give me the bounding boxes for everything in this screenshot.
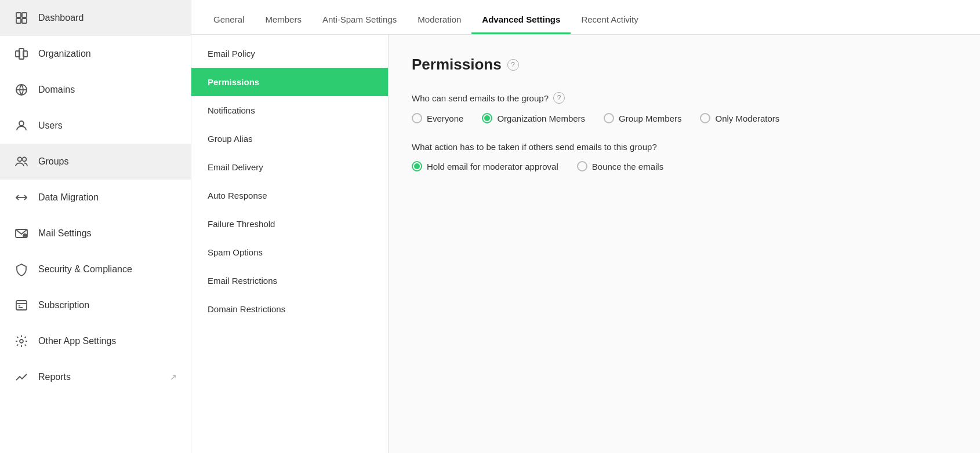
radio-hold-email-dot bbox=[414, 163, 420, 169]
sidebar-item-domains[interactable]: Domains bbox=[0, 72, 191, 108]
top-tabs: General Members Anti-Spam Settings Moder… bbox=[191, 0, 980, 35]
external-link-icon: ↗ bbox=[170, 372, 177, 382]
radio-org-members-circle bbox=[482, 113, 492, 123]
sub-navigation: Email Policy Permissions Notifications G… bbox=[191, 35, 389, 453]
sidebar-label-organization: Organization bbox=[38, 49, 91, 59]
sub-nav-email-policy[interactable]: Email Policy bbox=[191, 39, 388, 68]
permissions-help-icon[interactable]: ? bbox=[507, 59, 519, 71]
sidebar: Dashboard Organization Domains bbox=[0, 0, 191, 453]
mail-settings-icon bbox=[14, 226, 29, 241]
groups-icon bbox=[14, 154, 29, 169]
radio-org-members[interactable]: Organization Members bbox=[482, 113, 585, 123]
sub-nav-spam-options[interactable]: Spam Options bbox=[191, 238, 388, 266]
tab-anti-spam[interactable]: Anti-Spam Settings bbox=[312, 4, 407, 34]
radio-everyone[interactable]: Everyone bbox=[412, 113, 463, 123]
tab-general[interactable]: General bbox=[203, 4, 255, 34]
permissions-heading: Permissions ? bbox=[412, 56, 957, 74]
sidebar-label-subscription: Subscription bbox=[38, 300, 89, 310]
sidebar-label-security: Security & Compliance bbox=[38, 264, 132, 275]
question1-options: Everyone Organization Members Group Memb… bbox=[412, 113, 957, 123]
radio-only-moderators[interactable]: Only Moderators bbox=[700, 113, 779, 123]
sidebar-label-dashboard: Dashboard bbox=[38, 13, 84, 23]
sidebar-item-groups[interactable]: Groups bbox=[0, 144, 191, 180]
radio-group-members-circle bbox=[604, 113, 614, 123]
radio-only-moderators-circle bbox=[700, 113, 710, 123]
sidebar-item-other-app-settings[interactable]: Other App Settings bbox=[0, 323, 191, 359]
svg-rect-19 bbox=[16, 301, 27, 310]
sidebar-label-groups: Groups bbox=[38, 156, 68, 167]
reports-icon bbox=[14, 370, 29, 385]
question-action: What action has to be taken if others se… bbox=[412, 142, 957, 171]
svg-rect-3 bbox=[22, 19, 27, 23]
sidebar-item-data-migration[interactable]: Data Migration bbox=[0, 180, 191, 215]
sidebar-label-other-app: Other App Settings bbox=[38, 336, 116, 346]
sub-nav-failure-threshold[interactable]: Failure Threshold bbox=[191, 210, 388, 238]
sidebar-label-users: Users bbox=[38, 120, 63, 131]
question2-options: Hold email for moderator approval Bounce… bbox=[412, 161, 957, 171]
organization-icon bbox=[14, 46, 29, 61]
sub-nav-email-delivery[interactable]: Email Delivery bbox=[191, 153, 388, 181]
radio-bounce-emails-circle bbox=[577, 161, 587, 171]
sidebar-label-domains: Domains bbox=[38, 85, 75, 95]
svg-rect-2 bbox=[16, 19, 21, 23]
question1-help-icon[interactable]: ? bbox=[553, 92, 565, 104]
tab-members[interactable]: Members bbox=[255, 4, 312, 34]
sub-nav-auto-response[interactable]: Auto Response bbox=[191, 181, 388, 210]
sidebar-item-subscription[interactable]: Subscription bbox=[0, 287, 191, 323]
permissions-panel: Permissions ? Who can send emails to the… bbox=[389, 35, 980, 453]
tab-advanced-settings[interactable]: Advanced Settings bbox=[471, 4, 571, 34]
sidebar-item-mail-settings[interactable]: Mail Settings bbox=[0, 215, 191, 251]
sidebar-item-dashboard[interactable]: Dashboard bbox=[0, 0, 191, 36]
data-migration-icon bbox=[14, 190, 29, 205]
sidebar-item-security[interactable]: Security & Compliance bbox=[0, 251, 191, 287]
svg-point-23 bbox=[20, 339, 23, 343]
sidebar-item-users[interactable]: Users bbox=[0, 108, 191, 144]
radio-hold-email-circle bbox=[412, 161, 422, 171]
sub-nav-notifications[interactable]: Notifications bbox=[191, 96, 388, 125]
svg-point-13 bbox=[23, 158, 27, 162]
domains-icon bbox=[14, 82, 29, 97]
sidebar-label-mail-settings: Mail Settings bbox=[38, 228, 92, 239]
permissions-title-text: Permissions bbox=[412, 56, 502, 74]
svg-rect-1 bbox=[22, 13, 27, 17]
question-send-emails: Who can send emails to the group? ? Ever… bbox=[412, 92, 957, 123]
other-app-icon bbox=[14, 334, 29, 349]
sidebar-item-organization[interactable]: Organization bbox=[0, 36, 191, 72]
users-icon bbox=[14, 118, 29, 133]
dashboard-icon bbox=[14, 10, 29, 25]
svg-point-12 bbox=[18, 158, 22, 162]
sidebar-item-reports[interactable]: Reports ↗ bbox=[0, 359, 191, 395]
sub-nav-permissions[interactable]: Permissions bbox=[191, 68, 388, 96]
svg-point-11 bbox=[19, 121, 24, 126]
question2-text: What action has to be taken if others se… bbox=[412, 142, 957, 152]
subscription-icon bbox=[14, 298, 29, 313]
sub-nav-domain-restrictions[interactable]: Domain Restrictions bbox=[191, 295, 388, 323]
security-icon bbox=[14, 262, 29, 277]
sidebar-label-data-migration: Data Migration bbox=[38, 192, 99, 203]
sidebar-label-reports: Reports bbox=[38, 372, 71, 382]
radio-hold-email[interactable]: Hold email for moderator approval bbox=[412, 161, 558, 171]
svg-rect-0 bbox=[16, 13, 21, 17]
sub-nav-group-alias[interactable]: Group Alias bbox=[191, 125, 388, 153]
tab-recent-activity[interactable]: Recent Activity bbox=[571, 4, 648, 34]
radio-group-members[interactable]: Group Members bbox=[604, 113, 681, 123]
tab-moderation[interactable]: Moderation bbox=[407, 4, 471, 34]
radio-bounce-emails[interactable]: Bounce the emails bbox=[577, 161, 663, 171]
question1-text: Who can send emails to the group? ? bbox=[412, 92, 957, 104]
radio-org-members-dot bbox=[484, 115, 490, 121]
content-area: Email Policy Permissions Notifications G… bbox=[191, 35, 980, 453]
sub-nav-email-restrictions[interactable]: Email Restrictions bbox=[191, 266, 388, 295]
main-content: General Members Anti-Spam Settings Moder… bbox=[191, 0, 980, 453]
radio-everyone-circle bbox=[412, 113, 422, 123]
